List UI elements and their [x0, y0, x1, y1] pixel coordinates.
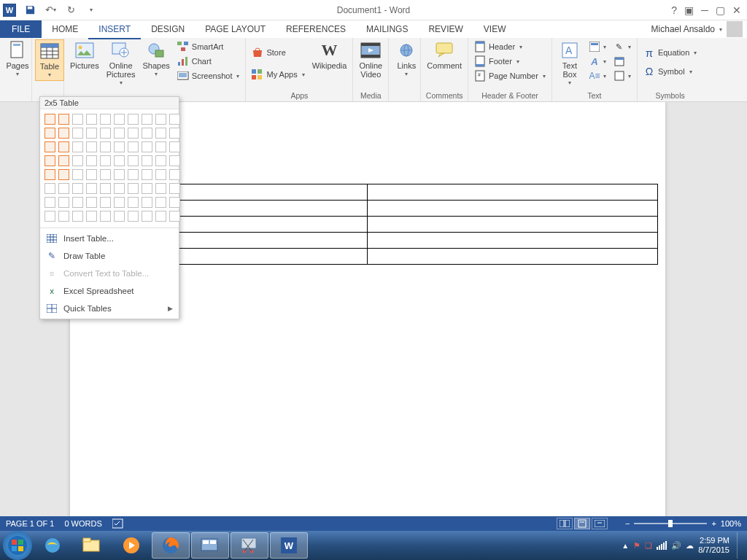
tab-home[interactable]: HOME — [42, 20, 88, 38]
table-grid-cell[interactable] — [155, 169, 166, 180]
web-layout-button[interactable] — [592, 518, 608, 529]
table-grid-cell[interactable] — [86, 155, 97, 166]
table-grid-cell[interactable] — [128, 114, 139, 125]
table-grid-cell[interactable] — [100, 128, 111, 139]
links-button[interactable]: Links▾ — [392, 39, 421, 79]
screenshot-button[interactable]: Screenshot — [174, 69, 243, 83]
maximize-button[interactable]: ▢ — [716, 4, 725, 16]
table-grid-cell[interactable] — [128, 169, 139, 180]
object-button[interactable]: ▾ — [611, 69, 634, 83]
table-grid-cell[interactable] — [155, 114, 166, 125]
table-grid-cell[interactable] — [86, 114, 97, 125]
table-grid-cell[interactable] — [100, 169, 111, 180]
online-pictures-button[interactable]: Online Pictures▾ — [104, 39, 139, 88]
snipping-taskbar-button[interactable] — [231, 532, 268, 559]
zoom-slider[interactable] — [634, 523, 707, 524]
tab-view[interactable]: VIEW — [473, 20, 516, 38]
table-grid-cell[interactable] — [142, 197, 152, 208]
account-display[interactable]: Michael Ansaldo ▾ — [651, 20, 747, 38]
clock[interactable]: 2:59 PM 8/7/2015 — [698, 536, 729, 555]
table-size-grid[interactable] — [40, 109, 179, 228]
show-desktop-button[interactable] — [737, 532, 743, 559]
table-grid-cell[interactable] — [72, 169, 83, 180]
pages-button[interactable]: Pages▾ — [3, 39, 32, 79]
table-grid-cell[interactable] — [100, 211, 111, 222]
dropcap-button[interactable]: A≡▾ — [586, 69, 609, 83]
table-grid-cell[interactable] — [72, 128, 83, 139]
table-grid-cell[interactable] — [58, 197, 69, 208]
header-button[interactable]: Header — [471, 39, 549, 54]
table-grid-cell[interactable] — [114, 141, 125, 152]
table-grid-cell[interactable] — [128, 155, 139, 166]
table-grid-cell[interactable] — [86, 211, 97, 222]
table-grid-cell[interactable] — [58, 211, 69, 222]
volume-icon[interactable]: 🔊 — [671, 541, 681, 551]
table-grid-cell[interactable] — [142, 183, 152, 194]
table-grid-cell[interactable] — [100, 183, 111, 194]
table-grid-cell[interactable] — [169, 211, 180, 222]
table-grid-cell[interactable] — [128, 128, 139, 139]
tab-design[interactable]: DESIGN — [141, 20, 195, 38]
shapes-button[interactable]: Shapes▾ — [140, 39, 173, 79]
table-grid-cell[interactable] — [128, 211, 139, 222]
table-grid-cell[interactable] — [142, 211, 152, 222]
table-grid-cell[interactable] — [142, 155, 152, 166]
table-grid-cell[interactable] — [86, 197, 97, 208]
table-grid-cell[interactable] — [114, 183, 125, 194]
table-grid-cell[interactable] — [100, 114, 111, 125]
tab-mailings[interactable]: MAILINGS — [356, 20, 418, 38]
table-grid-cell[interactable] — [72, 197, 83, 208]
help-button[interactable]: ? — [671, 4, 677, 16]
table-grid-cell[interactable] — [44, 183, 55, 194]
undo-button[interactable]: ↶▾ — [44, 4, 57, 17]
draw-table-menuitem[interactable]: ✎Draw Table — [40, 247, 179, 265]
mediaplayer-taskbar-button[interactable] — [112, 532, 150, 559]
read-mode-button[interactable] — [557, 518, 573, 529]
save-button[interactable] — [23, 4, 36, 17]
table-grid-cell[interactable] — [155, 155, 166, 166]
insert-table-menuitem[interactable]: Insert Table... — [40, 230, 179, 247]
store-button[interactable]: Store — [249, 45, 307, 60]
table-grid-cell[interactable] — [128, 183, 139, 194]
textbox-button[interactable]: A Text Box▾ — [555, 39, 584, 88]
table-grid-cell[interactable] — [155, 211, 166, 222]
table-grid-cell[interactable] — [44, 197, 55, 208]
table-grid-cell[interactable] — [72, 114, 83, 125]
table-grid-cell[interactable] — [114, 155, 125, 166]
table-grid-cell[interactable] — [44, 128, 55, 139]
table-grid-cell[interactable] — [169, 197, 180, 208]
ribbon-toggle-button[interactable]: ▣ — [684, 4, 694, 16]
table-grid-cell[interactable] — [155, 141, 166, 152]
network-icon[interactable] — [657, 541, 667, 550]
table-grid-cell[interactable] — [114, 211, 125, 222]
table-grid-cell[interactable] — [86, 169, 97, 180]
excel-spreadsheet-menuitem[interactable]: xExcel Spreadsheet — [40, 282, 179, 300]
table-grid-cell[interactable] — [44, 169, 55, 180]
explorer-taskbar-button[interactable] — [73, 532, 111, 559]
redo-button[interactable]: ↻ — [64, 4, 77, 17]
table-grid-cell[interactable] — [100, 197, 111, 208]
smartart-button[interactable]: SmartArt — [174, 39, 243, 54]
wordart-button[interactable]: A▾ — [586, 54, 609, 69]
tray-icon[interactable]: ❏ — [645, 541, 652, 551]
tab-review[interactable]: REVIEW — [418, 20, 473, 38]
table-grid-cell[interactable] — [169, 141, 180, 152]
table-grid-cell[interactable] — [142, 114, 152, 125]
pictures-button[interactable]: Pictures — [67, 39, 102, 71]
comment-button[interactable]: Comment — [424, 39, 465, 71]
minimize-button[interactable]: ─ — [701, 4, 708, 16]
table-grid-cell[interactable] — [58, 128, 69, 139]
table-grid-cell[interactable] — [58, 141, 69, 152]
table-grid-cell[interactable] — [100, 155, 111, 166]
myapps-button[interactable]: My Apps — [249, 67, 307, 82]
zoom-in-button[interactable]: + — [711, 519, 716, 528]
print-layout-button[interactable] — [574, 518, 590, 529]
table-grid-cell[interactable] — [169, 169, 180, 180]
tab-references[interactable]: REFERENCES — [276, 20, 356, 38]
table-grid-cell[interactable] — [86, 128, 97, 139]
table-grid-cell[interactable] — [114, 169, 125, 180]
zoom-level[interactable]: 100% — [721, 519, 741, 528]
table-grid-cell[interactable] — [155, 183, 166, 194]
table-grid-cell[interactable] — [44, 155, 55, 166]
signature-button[interactable]: ✎▾ — [611, 39, 634, 54]
